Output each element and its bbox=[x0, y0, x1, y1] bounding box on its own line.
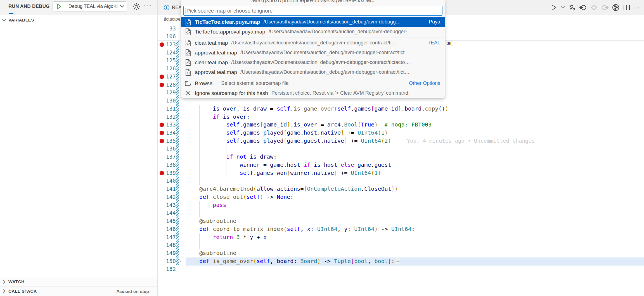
line-number[interactable]: 138 bbox=[162, 162, 176, 168]
code-line-131[interactable]: 131 is_over, is_draw = self.is_game_over… bbox=[158, 105, 644, 113]
code-token bbox=[300, 161, 304, 168]
line-number[interactable]: 146 bbox=[162, 226, 176, 232]
line-number[interactable]: 145 bbox=[162, 218, 176, 224]
line-number[interactable]: 125 bbox=[162, 57, 176, 64]
code-line-141[interactable]: 141 @arc4.baremethod(allow_actions=[OnCo… bbox=[158, 185, 644, 193]
code-line-148[interactable]: 148 bbox=[158, 241, 644, 249]
debug-config-label[interactable]: Debug TEAL via AlgoKi bbox=[65, 4, 120, 9]
code-token: ] bbox=[398, 105, 401, 112]
code-line-143[interactable]: 143 pass bbox=[158, 201, 644, 209]
quickpick-separator bbox=[181, 37, 445, 37]
debug-config-dropdown[interactable]: Debug TEAL via AlgoKi bbox=[53, 1, 127, 11]
line-number[interactable]: 149 bbox=[162, 250, 176, 256]
quickpick-item[interactable]: approval.teal.map/Users/asthayadav/Docum… bbox=[181, 67, 445, 77]
code-line-182[interactable]: 182 bbox=[158, 265, 644, 273]
code-line-146[interactable]: 146 def coord_to_matrix_index(self, x: U… bbox=[158, 225, 644, 233]
code-line-138[interactable]: 138 winner = game.host if is_host else g… bbox=[158, 161, 644, 169]
code-token: = bbox=[317, 121, 327, 128]
start-debug-button[interactable] bbox=[53, 2, 65, 11]
line-number[interactable]: 130 bbox=[162, 97, 176, 104]
line-number[interactable]: 132 bbox=[162, 114, 176, 120]
quickpick-item[interactable]: Ignore sourcemap for this hashPersistent… bbox=[181, 88, 445, 98]
code-token: bool bbox=[354, 258, 368, 264]
step-forward-icon-disabled bbox=[601, 3, 609, 12]
line-number[interactable]: 150 bbox=[162, 258, 176, 264]
code-token: is_game_over bbox=[293, 105, 334, 112]
line-number[interactable]: 129 bbox=[162, 89, 176, 96]
quickpick-item[interactable]: clear.teal.map/Users/asthayadav/Document… bbox=[181, 58, 445, 67]
code-line-144[interactable]: 144 bbox=[158, 209, 644, 217]
code-token: . bbox=[401, 105, 405, 112]
line-number[interactable]: 139 bbox=[162, 170, 176, 176]
line-number[interactable]: 123 bbox=[162, 41, 176, 48]
quickpick-item[interactable]: TicTacToe.clear.puya.map/Users/asthayada… bbox=[181, 17, 445, 27]
code-line-130[interactable]: 130 bbox=[158, 97, 644, 105]
code-line-149[interactable]: 149 @subroutine bbox=[158, 249, 644, 257]
variables-section-header[interactable]: VARIABLES bbox=[0, 16, 157, 25]
line-number[interactable]: 140 bbox=[162, 178, 176, 184]
code-token: native bbox=[324, 137, 344, 144]
quickpick-input[interactable]: Pick source map or choose to ignore bbox=[183, 6, 442, 16]
code-text: def is_game_over(self, board: Board) -> … bbox=[186, 258, 400, 264]
fold-chevron-icon[interactable]: 〉 bbox=[179, 258, 184, 265]
line-number[interactable]: 142 bbox=[162, 194, 176, 200]
line-number[interactable]: 137 bbox=[162, 154, 176, 160]
quickpick-item[interactable]: Browse…Select external sourcemap fileOth… bbox=[181, 78, 445, 88]
line-number[interactable]: 128 bbox=[162, 82, 176, 88]
line-number[interactable]: 135 bbox=[162, 138, 176, 144]
code-line-135[interactable]: 135 self.games_played[game.guest.native]… bbox=[158, 137, 644, 145]
run-dropdown-chevron-icon[interactable] bbox=[560, 3, 565, 12]
code-line-140[interactable]: 140 bbox=[158, 177, 644, 185]
code-line-142[interactable]: 142 def close_out(self) -> None: bbox=[158, 193, 644, 201]
code-token: UInt64 bbox=[391, 226, 411, 232]
more-actions-icon[interactable]: ··· bbox=[144, 1, 153, 9]
line-number[interactable]: 133 bbox=[162, 121, 176, 128]
code-line-136[interactable]: 136 bbox=[158, 145, 644, 153]
code-line-150[interactable]: 150〉 def is_game_over(self, board: Board… bbox=[158, 257, 644, 266]
code-line-133[interactable]: 133 self.games[game_id].is_over = arc4.B… bbox=[158, 121, 644, 129]
code-token: is_over bbox=[213, 105, 236, 112]
quickpick-separator bbox=[181, 78, 445, 78]
line-number[interactable]: 134 bbox=[162, 130, 176, 136]
line-number[interactable]: 148 bbox=[162, 242, 176, 248]
more-actions-icon[interactable]: ··· bbox=[633, 3, 642, 12]
code-token: ) bbox=[445, 105, 448, 112]
line-number[interactable]: 126 bbox=[162, 65, 176, 72]
code-line-147[interactable]: 147 return 3 * y + x bbox=[158, 233, 644, 242]
quickpick-item[interactable]: TicTacToe.approval.puya.map/Users/asthay… bbox=[181, 27, 445, 37]
quickpick-item-label: approval.teal.map bbox=[195, 69, 237, 75]
line-number[interactable]: 141 bbox=[162, 186, 176, 192]
code-token bbox=[219, 113, 223, 120]
line-number[interactable]: 127 bbox=[162, 73, 176, 80]
step-back-icon[interactable] bbox=[579, 3, 587, 12]
line-number[interactable]: 144 bbox=[162, 210, 176, 216]
quickpick-item[interactable]: approval.teal.map/Users/asthayadav/Docum… bbox=[181, 48, 445, 58]
code-line-134[interactable]: 134 self.games_played[game.host.native] … bbox=[158, 129, 644, 137]
debug-flow-icon[interactable] bbox=[568, 3, 576, 12]
line-number[interactable]: 147 bbox=[162, 234, 176, 240]
split-editor-icon[interactable] bbox=[622, 3, 631, 12]
gear-icon[interactable] bbox=[132, 3, 140, 11]
run-button[interactable] bbox=[550, 3, 558, 12]
code-line-137[interactable]: 137 if not is_draw: bbox=[158, 153, 644, 161]
debug-graph-icon[interactable] bbox=[612, 3, 620, 12]
watch-section-header[interactable]: WATCH bbox=[0, 277, 157, 287]
line-number[interactable]: 124 bbox=[162, 49, 176, 56]
code-line-139[interactable]: 139 self.games_won[winner.native] += UIn… bbox=[158, 169, 644, 177]
line-number[interactable]: 182 bbox=[162, 266, 176, 272]
code-line-145[interactable]: 145 @subroutine bbox=[158, 217, 644, 225]
call-stack-section-header[interactable]: CALL STACK Paused on step bbox=[0, 287, 157, 296]
code-line-132[interactable]: 132 if is_over: bbox=[158, 113, 644, 121]
line-number[interactable]: 131 bbox=[162, 106, 176, 112]
indent-guide bbox=[226, 145, 226, 153]
code-token: UInt64 bbox=[354, 226, 374, 232]
code-token: Bool bbox=[344, 121, 357, 128]
quickpick-item[interactable]: clear.teal.map/Users/asthayadav/Document… bbox=[181, 38, 445, 48]
line-number[interactable]: 143 bbox=[162, 202, 176, 208]
line-number[interactable]: 136 bbox=[162, 145, 176, 152]
play-icon bbox=[56, 3, 62, 9]
language-badge: TEAL bbox=[424, 40, 440, 46]
code-token: x bbox=[307, 226, 311, 232]
code-token: 2 bbox=[385, 137, 388, 144]
chevron-down-icon[interactable] bbox=[120, 5, 127, 8]
